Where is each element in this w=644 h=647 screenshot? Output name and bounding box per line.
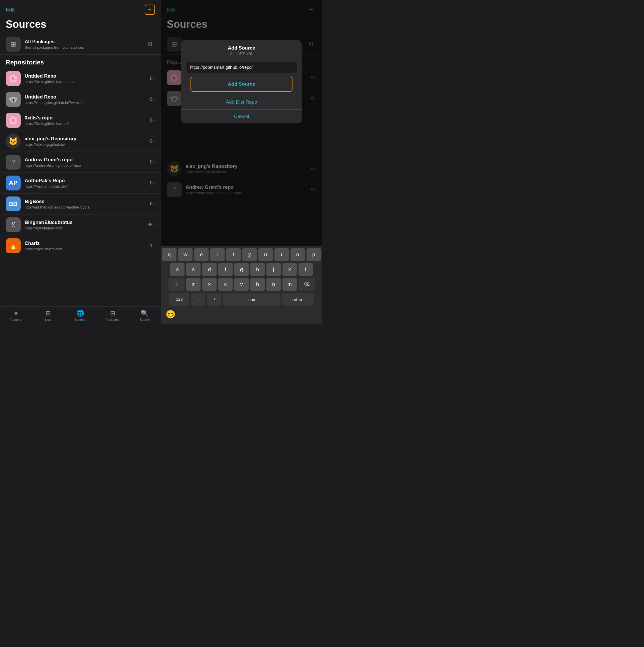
right-panel: Edit + Sources ⊞ ··· 81 › Rep… 🌸	[161, 0, 322, 324]
table-row[interactable]: 🌸 Untitled Repo https://0xilis.github.io…	[0, 68, 161, 89]
key-v[interactable]: v	[234, 278, 249, 291]
right-content: Edit + Sources ⊞ ··· 81 › Rep… 🌸	[161, 0, 322, 246]
key-u[interactable]: u	[259, 248, 273, 261]
repo-icon: 🌸	[6, 71, 21, 86]
repo-text: alex_png's Repository https://alexpng.gi…	[25, 136, 150, 147]
add-source-button[interactable]: Add Source	[191, 77, 292, 92]
emoji-button[interactable]: 😊	[165, 310, 175, 319]
modal-overlay: Add Source Add APT URL Add Source Add Di…	[161, 0, 322, 246]
table-row[interactable]: 🐨 Untitled Repo https://Hoangdus.github.…	[0, 89, 161, 110]
key-j[interactable]: j	[267, 263, 281, 276]
repo-name: Bingner/Elucubratus	[25, 220, 148, 225]
new-icon: ⊟	[46, 310, 51, 317]
repo-url: https://0xilis.github.io/repo/	[25, 122, 150, 126]
repo-name: Andrew Grant's repo	[25, 157, 150, 163]
repo-text: 0xilis's repo https://0xilis.github.io/r…	[25, 115, 150, 126]
all-packages-row[interactable]: ⊞ All Packages See all packages from you…	[0, 34, 161, 55]
key-w[interactable]: w	[178, 248, 193, 261]
repo-icon: 🐱	[6, 134, 21, 149]
key-q[interactable]: q	[162, 248, 176, 261]
add-source-modal: Add Source Add APT URL Add Source Add Di…	[181, 40, 302, 124]
key-n[interactable]: n	[267, 278, 281, 291]
cancel-button[interactable]: Cancel	[181, 110, 302, 124]
packages-icon: ⊟	[110, 310, 115, 317]
star-icon: ★	[13, 310, 19, 317]
tab-search[interactable]: 🔍 Search	[129, 308, 161, 322]
num-key[interactable]: 123	[169, 293, 189, 306]
table-row[interactable]: BB BigBoss http://apt.thebigboss.org/rep…	[0, 194, 161, 215]
modal-title: Add Source	[187, 45, 296, 51]
key-z[interactable]: z	[186, 278, 201, 291]
table-row[interactable]: ? Andrew Grant's repo https://andrew6ran…	[0, 152, 161, 173]
repo-url: https://alexpng.github.io/	[25, 142, 150, 147]
table-row[interactable]: AP AnthoPak's Repo https://repo.anthopak…	[0, 173, 161, 194]
key-d[interactable]: d	[202, 263, 217, 276]
repo-count: 0 ›	[150, 159, 155, 165]
repo-url: https://apt.bingner.com/	[25, 226, 148, 230]
tab-featured-label: Featured	[10, 318, 22, 321]
left-add-button[interactable]: +	[145, 5, 155, 15]
tab-new[interactable]: ⊟ New	[32, 308, 64, 322]
tab-new-label: New	[45, 318, 51, 321]
table-row[interactable]: 🐱 alex_png's Repository https://alexpng.…	[0, 131, 161, 152]
search-icon: 🔍	[141, 310, 148, 317]
left-page-title: Sources	[0, 17, 161, 34]
tab-featured[interactable]: ★ Featured	[0, 308, 32, 322]
key-x[interactable]: x	[202, 278, 217, 291]
repo-url: http://apt.thebigboss.org/repofiles/cydi…	[25, 205, 150, 209]
repositories-header: Repositories	[0, 55, 161, 68]
repo-count: 65 ›	[148, 222, 155, 227]
backspace-key[interactable]: ⌫	[298, 278, 314, 291]
key-o[interactable]: o	[290, 248, 305, 261]
tab-packages-label: Packages	[106, 318, 120, 321]
key-t[interactable]: t	[226, 248, 241, 261]
apt-url-input[interactable]	[186, 62, 297, 73]
tab-packages[interactable]: ⊟ Packages	[96, 308, 129, 322]
all-packages-subtitle: See all packages from your sources	[25, 45, 148, 50]
key-p[interactable]: p	[306, 248, 321, 261]
key-r[interactable]: r	[210, 248, 225, 261]
key-y[interactable]: y	[242, 248, 257, 261]
key-i[interactable]: i	[274, 248, 289, 261]
all-packages-chevron: ›	[154, 42, 155, 47]
table-row[interactable]: 🔥 Chariz https://repo.chariz.com/ 1 ›	[0, 235, 161, 256]
repo-name: AnthoPak's Repo	[25, 178, 150, 184]
key-m[interactable]: m	[282, 278, 297, 291]
slash-key[interactable]: /	[207, 293, 221, 306]
key-k[interactable]: k	[282, 263, 297, 276]
add-dist-repo-button[interactable]: Add Dist Repo	[181, 95, 302, 110]
key-a[interactable]: a	[170, 263, 185, 276]
period-key[interactable]: .	[191, 293, 205, 306]
key-e[interactable]: e	[194, 248, 209, 261]
table-row[interactable]: 🌸 0xilis's repo https://0xilis.github.io…	[0, 110, 161, 131]
key-l[interactable]: l	[298, 263, 313, 276]
key-c[interactable]: c	[218, 278, 233, 291]
repo-url: https://repo.chariz.com/	[25, 247, 150, 251]
repo-name: BigBoss	[25, 199, 150, 205]
repo-text: Bingner/Elucubratus https://apt.bingner.…	[25, 220, 148, 230]
tab-sources[interactable]: 🌐 Sources	[64, 308, 96, 322]
table-row[interactable]: ℰ Bingner/Elucubratus https://apt.bingne…	[0, 215, 161, 235]
plus-icon: +	[148, 6, 152, 13]
key-s[interactable]: s	[186, 263, 201, 276]
key-h[interactable]: h	[251, 263, 265, 276]
left-nav-bar: Edit +	[0, 0, 161, 17]
shift-key[interactable]: ⇧	[168, 278, 185, 291]
key-f[interactable]: f	[218, 263, 233, 276]
dotcom-key[interactable]: .com	[223, 293, 280, 306]
repo-count: 6 ›	[150, 201, 155, 207]
repo-name: 0xilis's repo	[25, 115, 150, 121]
return-key[interactable]: return	[282, 293, 314, 306]
all-packages-badge: 81 ›	[148, 42, 155, 47]
repo-icon: 🔥	[6, 238, 21, 253]
modal-subtitle: Add APT URL	[187, 52, 296, 56]
keyboard-row-3: ⇧ z x c v b n m ⌫	[162, 278, 321, 291]
key-b[interactable]: b	[251, 278, 265, 291]
repo-icon: 🌸	[6, 113, 21, 128]
tab-sources-label: Sources	[74, 318, 86, 321]
repo-count: 1 ›	[150, 243, 155, 248]
left-panel: Edit + Sources ⊞ All Packages See all pa…	[0, 0, 161, 324]
key-g[interactable]: g	[234, 263, 249, 276]
left-edit-button[interactable]: Edit	[6, 7, 15, 13]
keyboard-row-4: 123 . / .com return	[162, 293, 321, 306]
